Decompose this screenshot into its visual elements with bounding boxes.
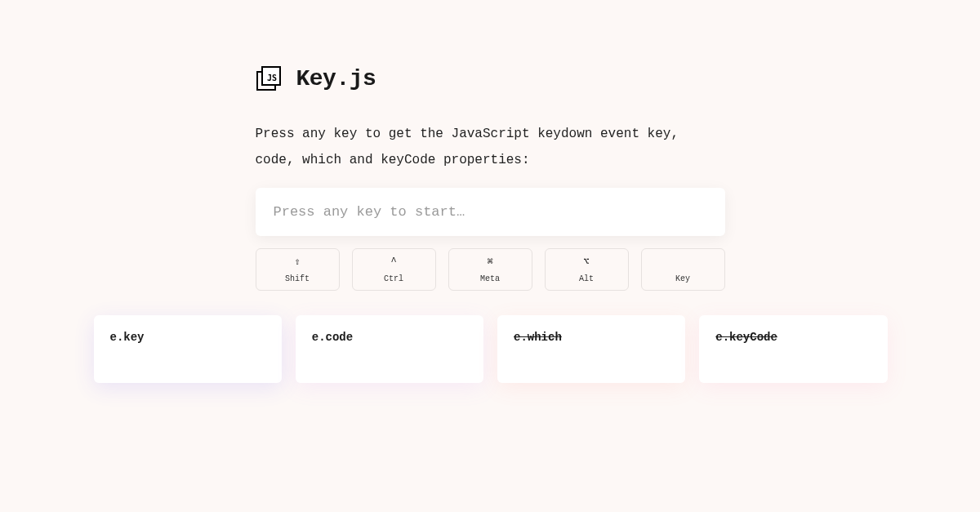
result-label: e.which bbox=[514, 331, 562, 344]
result-card-keycode: e.keyCode bbox=[699, 315, 887, 383]
header: JS Key.js bbox=[256, 65, 725, 91]
keycap-label: Shift bbox=[265, 274, 330, 283]
key-input[interactable] bbox=[256, 188, 725, 236]
result-card-which: e.which bbox=[497, 315, 685, 383]
subtitle: Press any key to get the JavaScript keyd… bbox=[256, 121, 725, 173]
keycap-meta[interactable]: ⌘ Meta bbox=[448, 248, 532, 291]
keycap-label: Meta bbox=[458, 274, 523, 283]
keycap-symbol: ^ bbox=[362, 257, 426, 267]
page-title: Key.js bbox=[296, 66, 376, 91]
svg-text:JS: JS bbox=[267, 73, 277, 82]
result-label: e.key bbox=[110, 331, 145, 344]
keycap-symbol: ⌥ bbox=[555, 257, 619, 267]
keycap-symbol: ⌘ bbox=[458, 257, 523, 267]
logo-icon: JS bbox=[256, 65, 282, 91]
keycap-label: Key bbox=[651, 274, 715, 283]
result-card-key: e.key bbox=[94, 315, 282, 383]
keycap-label: Ctrl bbox=[362, 274, 426, 283]
result-cards-row: e.key e.code e.which e.keyCode bbox=[94, 315, 888, 383]
result-label: e.code bbox=[312, 331, 353, 344]
keycap-shift[interactable]: ⇧ Shift bbox=[256, 248, 340, 291]
modifier-keys-row: ⇧ Shift ^ Ctrl ⌘ Meta ⌥ Alt Key bbox=[256, 248, 725, 291]
keycap-alt[interactable]: ⌥ Alt bbox=[545, 248, 629, 291]
result-card-code: e.code bbox=[296, 315, 483, 383]
keycap-symbol: ⇧ bbox=[265, 257, 330, 267]
keycap-ctrl[interactable]: ^ Ctrl bbox=[352, 248, 436, 291]
keycap-key[interactable]: Key bbox=[641, 248, 725, 291]
result-label: e.keyCode bbox=[715, 331, 777, 344]
keycap-label: Alt bbox=[555, 274, 619, 283]
